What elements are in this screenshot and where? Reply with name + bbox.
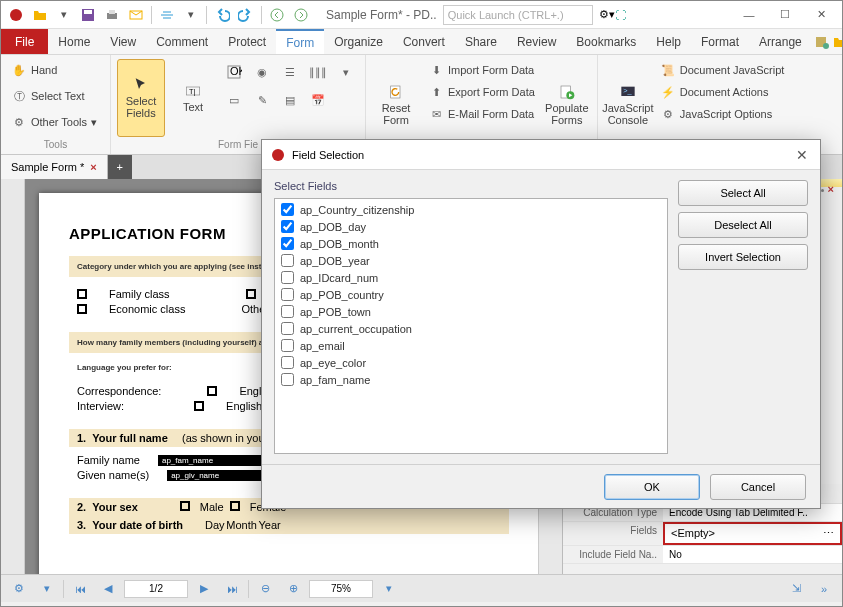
email-form-data[interactable]: ✉E-Mail Form Data (424, 103, 539, 125)
menu-help[interactable]: Help (646, 29, 691, 54)
expand-icon[interactable]: ⛶ (615, 9, 626, 21)
barcode-field-icon[interactable]: ∥∥∥ (305, 59, 331, 85)
field-list-item[interactable]: ap_DOB_day (277, 218, 665, 235)
field-list-item[interactable]: ap_DOB_month (277, 235, 665, 252)
page-number-input[interactable]: 1/2 (124, 580, 188, 598)
select-all-button[interactable]: Select All (678, 180, 808, 206)
undo-icon[interactable] (211, 4, 233, 26)
ok-button[interactable]: OK (604, 474, 700, 500)
menu-view[interactable]: View (100, 29, 146, 54)
other-tools[interactable]: ⚙Other Tools ▾ (7, 111, 104, 133)
field-list-item[interactable]: ap_DOB_year (277, 252, 665, 269)
field-checkbox[interactable] (281, 237, 294, 250)
select-text-tool[interactable]: ⓉSelect Text (7, 85, 104, 107)
checkbox-field[interactable] (230, 501, 240, 511)
import-form-data[interactable]: ⬇Import Form Data (424, 59, 539, 81)
checkbox-field[interactable] (77, 304, 87, 314)
field-checkbox[interactable] (281, 254, 294, 267)
fields-value[interactable]: <Empty>⋯ (663, 522, 842, 545)
next-page-icon[interactable]: ▶ (192, 579, 216, 599)
menu-file[interactable]: File (1, 29, 48, 54)
field-checkbox[interactable] (281, 373, 294, 386)
select-fields-button[interactable]: Select Fields (117, 59, 165, 137)
hand-tool[interactable]: ✋Hand (7, 59, 104, 81)
checkbox-field[interactable] (77, 289, 87, 299)
minimize-button[interactable]: — (732, 4, 766, 26)
populate-forms-button[interactable]: Populate Forms (543, 59, 591, 150)
close-tab-icon[interactable]: × (90, 161, 96, 173)
prev-page-icon[interactable]: ◀ (96, 579, 120, 599)
field-list-item[interactable]: ap_current_occupation (277, 320, 665, 337)
settings-icon[interactable]: ⚙ (599, 8, 609, 21)
tree-icon[interactable]: ⇲ (784, 579, 808, 599)
menu-format[interactable]: Format (691, 29, 749, 54)
field-checkbox[interactable] (281, 288, 294, 301)
field-checkbox[interactable] (281, 220, 294, 233)
back-icon[interactable] (266, 4, 288, 26)
new-tab-button[interactable]: + (108, 155, 132, 179)
scan-icon[interactable] (156, 4, 178, 26)
menu-bookmarks[interactable]: Bookmarks (566, 29, 646, 54)
field-list-item[interactable]: ap_Country_citizenship (277, 201, 665, 218)
options-dropdown-icon[interactable]: ▾ (35, 579, 59, 599)
menu-protect[interactable]: Protect (218, 29, 276, 54)
field-checkbox[interactable] (281, 322, 294, 335)
menu-convert[interactable]: Convert (393, 29, 455, 54)
field-list-item[interactable]: ap_eye_color (277, 354, 665, 371)
zoom-dropdown-icon[interactable]: ▾ (377, 579, 401, 599)
checkbox-field[interactable] (246, 289, 256, 299)
dialog-titlebar[interactable]: Field Selection ✕ (262, 140, 820, 170)
menu-form[interactable]: Form (276, 29, 324, 54)
field-checkbox[interactable] (281, 356, 294, 369)
options-icon[interactable]: ⚙ (7, 579, 31, 599)
field-list-item[interactable]: ap_fam_name (277, 371, 665, 388)
dropdown-icon[interactable]: ▾ (53, 4, 75, 26)
first-page-icon[interactable]: ⏮ (68, 579, 92, 599)
reset-form-button[interactable]: Reset Form (372, 59, 420, 150)
checkbox-field[interactable] (207, 386, 217, 396)
last-page-icon[interactable]: ⏭ (220, 579, 244, 599)
field-list-item[interactable]: ap_POB_town (277, 303, 665, 320)
list-field-icon[interactable]: ☰ (277, 59, 303, 85)
dropdown-icon[interactable]: ▾ (180, 4, 202, 26)
checkbox-field[interactable] (180, 501, 190, 511)
field-list[interactable]: ap_Country_citizenshipap_DOB_dayap_DOB_m… (274, 198, 668, 454)
zoom-in-icon[interactable]: ⊕ (281, 579, 305, 599)
menu-home[interactable]: Home (48, 29, 100, 54)
text-field[interactable]: ap_fam_name (158, 455, 268, 466)
menu-organize[interactable]: Organize (324, 29, 393, 54)
document-tab[interactable]: Sample Form *× (1, 155, 108, 179)
print-icon[interactable] (101, 4, 123, 26)
javascript-options[interactable]: ⚙JavaScript Options (656, 103, 789, 125)
menu-review[interactable]: Review (507, 29, 566, 54)
field-checkbox[interactable] (281, 271, 294, 284)
checkbox-field[interactable] (194, 401, 204, 411)
panel-close-icon[interactable]: × (828, 183, 834, 195)
include-value[interactable]: No (663, 546, 842, 563)
redo-icon[interactable] (235, 4, 257, 26)
menu-comment[interactable]: Comment (146, 29, 218, 54)
invert-selection-button[interactable]: Invert Selection (678, 244, 808, 270)
document-javascript[interactable]: 📜Document JavaScript (656, 59, 789, 81)
document-actions[interactable]: ⚡Document Actions (656, 81, 789, 103)
field-checkbox[interactable] (281, 339, 294, 352)
js-console-button[interactable]: >_ JavaScript Console (604, 59, 652, 150)
field-list-item[interactable]: ap_IDcard_num (277, 269, 665, 286)
date-field-icon[interactable]: 📅 (305, 87, 331, 113)
signature-field-icon[interactable]: ✎ (249, 87, 275, 113)
zoom-input[interactable]: 75% (309, 580, 373, 598)
image-field-icon[interactable]: ▤ (277, 87, 303, 113)
more-icon[interactable]: ▾ (333, 59, 359, 85)
maximize-button[interactable]: ☐ (768, 4, 802, 26)
expand-down-icon[interactable]: » (812, 579, 836, 599)
radio-field-icon[interactable]: ◉ (249, 59, 275, 85)
button-field-icon[interactable]: ▭ (221, 87, 247, 113)
menu-share[interactable]: Share (455, 29, 507, 54)
save-icon[interactable] (77, 4, 99, 26)
quick-launch-input[interactable]: Quick Launch (CTRL+.) (443, 5, 593, 25)
open-icon[interactable] (29, 4, 51, 26)
deselect-all-button[interactable]: Deselect All (678, 212, 808, 238)
checkbox-field-icon[interactable]: OK (221, 59, 247, 85)
folder-tool-icon[interactable] (832, 31, 843, 53)
app-icon[interactable] (5, 4, 27, 26)
